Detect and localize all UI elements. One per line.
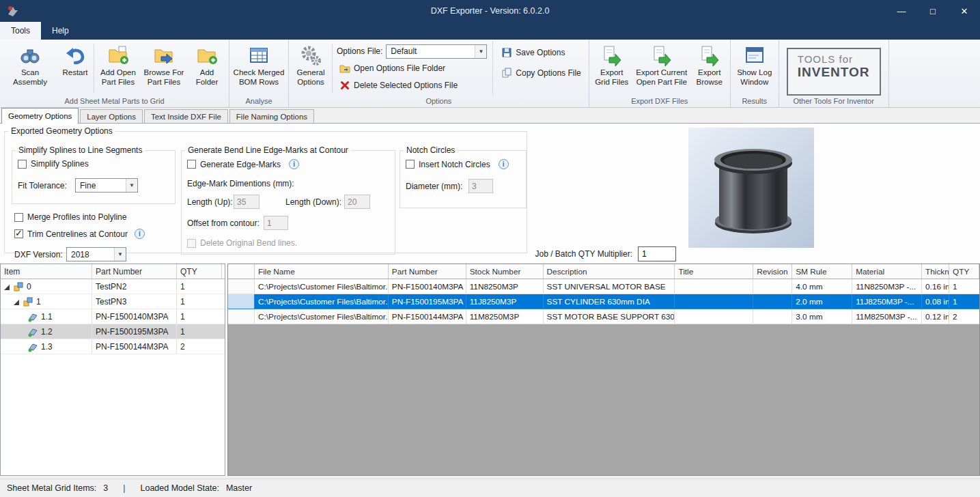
grid-cell-file-name[interactable]: C:\Projects\Customer Files\Baltimor... <box>255 309 389 324</box>
check-merged-bom-rows-button[interactable]: Check Merged BOM Rows <box>232 41 286 96</box>
info-icon[interactable] <box>289 159 299 169</box>
scan-assembly-button[interactable]: Scan Assembly <box>2 41 58 96</box>
grid-cell-revision[interactable] <box>753 279 792 294</box>
tab-layer-options[interactable]: Layer Options <box>80 109 143 123</box>
batch-qty-input[interactable] <box>638 246 676 261</box>
export-current-open-part-button[interactable]: Export Current Open Part File <box>632 41 691 96</box>
export-browse-button[interactable]: Export Browse <box>691 41 728 96</box>
add-open-part-files-button[interactable]: Add Open Part Files <box>96 41 141 96</box>
export-grid-files-button[interactable]: Export Grid Files <box>591 41 632 96</box>
options-file-combobox[interactable]: Default <box>386 44 487 59</box>
grid-cell-thickness[interactable]: 0.12 in <box>922 309 949 324</box>
grid-header-sm-rule[interactable]: SM Rule <box>792 264 852 279</box>
grid-cell-title[interactable] <box>675 294 753 309</box>
maximize-button[interactable]: □ <box>917 0 949 22</box>
grid-cell-stock-number[interactable]: 11N8250M3P <box>466 279 544 294</box>
grid-header-qty[interactable]: QTY <box>949 264 979 279</box>
grid-cell-title[interactable] <box>675 309 753 324</box>
grid-header-material[interactable]: Material <box>852 264 922 279</box>
grid-cell-material[interactable]: 11J8250M3P -... <box>852 294 922 309</box>
tree-cell-item[interactable]: 0 <box>1 279 92 294</box>
grid-cell-sm-rule[interactable]: 2.0 mm <box>792 294 852 309</box>
info-icon[interactable] <box>135 229 145 239</box>
dxf-version-combobox[interactable]: 2018 <box>66 247 126 261</box>
grid-cell-revision[interactable] <box>753 294 792 309</box>
grid-cell-qty[interactable]: 1 <box>949 279 979 294</box>
tree-cell-item[interactable]: 1.2 <box>1 324 92 339</box>
length-up-input[interactable] <box>234 195 260 209</box>
delete-original-bend-lines-checkbox[interactable]: Delete Original Bend lines. <box>187 238 297 248</box>
grid-cell-thickness[interactable]: 0.16 in <box>922 279 949 294</box>
grid-header-stock-number[interactable]: Stock Number <box>466 264 544 279</box>
delete-options-file-button[interactable]: Delete Selected Options File <box>337 78 487 93</box>
tools-for-inventor-logo[interactable]: TOOLS for INVENTOR <box>787 48 881 96</box>
info-icon[interactable] <box>499 159 509 169</box>
chevron-down-icon[interactable] <box>475 45 486 58</box>
grid-cell-qty[interactable]: 1 <box>949 294 979 309</box>
tree-cell-part[interactable]: PN-F1500195M3PA <box>92 324 177 339</box>
tree-cell-qty[interactable]: 2 <box>177 339 222 354</box>
grid-cell-part-number[interactable]: PN-F1500195M3PA <box>389 294 466 309</box>
tree-row[interactable]: 1.3 PN-F1500144M3PA 2 <box>1 339 225 354</box>
menu-tab-tools[interactable]: Tools <box>0 22 41 40</box>
grid-header-description[interactable]: Description <box>544 264 675 279</box>
tree-cell-part[interactable]: TestPN3 <box>92 294 177 309</box>
open-options-folder-button[interactable]: Open Options File Folder <box>337 61 487 76</box>
tab-geometry-options[interactable]: Geometry Options <box>1 108 79 124</box>
grid-cell-stock-number[interactable]: 11J8250M3P <box>466 294 544 309</box>
grid-cell-material[interactable]: 11N8250M3P -... <box>852 279 922 294</box>
menu-tab-help[interactable]: Help <box>41 22 80 40</box>
grid-cell-rowselector[interactable] <box>228 294 255 309</box>
expander-icon[interactable] <box>14 298 20 305</box>
grid-header-file-name[interactable]: File Name <box>255 264 389 279</box>
close-button[interactable]: ✕ <box>949 0 980 22</box>
merge-profiles-checkbox[interactable]: Merge Profiles into Polyline <box>14 212 126 222</box>
tree-header-qty[interactable]: QTY <box>177 264 222 279</box>
tree-cell-item[interactable]: 1.1 <box>1 309 92 324</box>
grid-cell-material[interactable]: 11M8250M3P -... <box>852 309 922 324</box>
grid-cell-qty[interactable]: 2 <box>949 309 979 324</box>
fit-tolerance-combobox[interactable]: Fine <box>75 178 138 193</box>
diameter-input[interactable] <box>468 179 493 193</box>
grid-row-selected[interactable]: C:\Projects\Customer Files\Baltimor... P… <box>228 294 979 309</box>
grid-row[interactable]: C:\Projects\Customer Files\Baltimor... P… <box>228 309 979 324</box>
grid-header-title[interactable]: Title <box>675 264 753 279</box>
expander-icon[interactable] <box>4 283 11 290</box>
browse-for-part-files-button[interactable]: Browse For Part Files <box>141 41 187 96</box>
tree-cell-part[interactable]: TestPN2 <box>92 279 177 294</box>
tree-cell-part[interactable]: PN-F1500144M3PA <box>92 339 177 354</box>
trim-centrelines-checkbox[interactable]: Trim Centrelines at Contour <box>14 229 128 239</box>
insert-notch-circles-checkbox[interactable]: Insert Notch Circles <box>406 160 490 169</box>
grid-cell-description[interactable]: SST CYLINDER 630mm DIA <box>544 294 675 309</box>
tree-cell-qty[interactable]: 1 <box>177 324 222 339</box>
grid-row[interactable]: C:\Projects\Customer Files\Baltimor... P… <box>228 279 979 294</box>
tree-row[interactable]: 0 TestPN2 1 <box>1 279 225 294</box>
grid-cell-stock-number[interactable]: 11M8250M3P <box>466 309 544 324</box>
grid-header-part-number[interactable]: Part Number <box>389 264 466 279</box>
tree-cell-item[interactable]: 1.3 <box>1 339 92 354</box>
length-down-input[interactable] <box>344 195 370 209</box>
add-folder-button[interactable]: Add Folder <box>187 41 227 96</box>
grid-cell-thickness[interactable]: 0.08 in <box>922 294 949 309</box>
chevron-down-icon[interactable] <box>114 248 126 261</box>
tree-cell-qty[interactable]: 1 <box>177 279 222 294</box>
tree-cell-qty[interactable]: 1 <box>177 294 222 309</box>
grid-cell-part-number[interactable]: PN-F1500140M3PA <box>389 279 466 294</box>
tree-row[interactable]: 1.1 PN-F1500140M3PA 1 <box>1 309 225 324</box>
show-log-window-button[interactable]: Show Log Window <box>733 41 776 96</box>
save-options-button[interactable]: Save Options <box>499 45 583 60</box>
grid-cell-part-number[interactable]: PN-F1500144M3PA <box>389 309 466 324</box>
tree-cell-qty[interactable]: 1 <box>177 309 222 324</box>
minimize-button[interactable]: — <box>886 0 917 22</box>
offset-from-contour-input[interactable] <box>264 216 288 230</box>
grid-cell-file-name[interactable]: C:\Projects\Customer Files\Baltimor... <box>255 279 389 294</box>
tab-text-inside-dxf[interactable]: Text Inside DXF File <box>144 109 228 123</box>
grid-cell-rowselector[interactable] <box>228 309 255 324</box>
tree-row-selected[interactable]: 1.2 PN-F1500195M3PA 1 <box>1 324 225 339</box>
generate-edge-marks-checkbox[interactable]: Generate Edge-Marks <box>187 160 281 169</box>
grid-header-revision[interactable]: Revision <box>753 264 792 279</box>
grid-header-thickness[interactable]: Thickness <box>922 264 949 279</box>
tab-file-naming-options[interactable]: File Naming Options <box>229 109 314 123</box>
grid-cell-rowselector[interactable] <box>228 279 255 294</box>
tree-cell-part[interactable]: PN-F1500140M3PA <box>92 309 177 324</box>
